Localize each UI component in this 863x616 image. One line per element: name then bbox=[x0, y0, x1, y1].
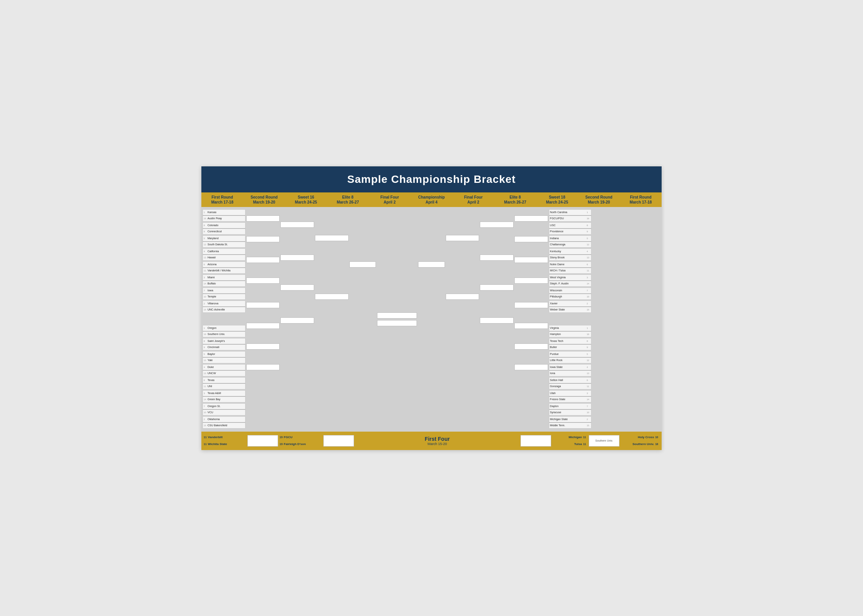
match-l7: 7Iowa 10Temple bbox=[203, 287, 245, 300]
match-r4: Kentucky4 Stony Brook13 bbox=[549, 248, 592, 261]
ff-left-teams: 11 Vanderbilt 11 Wichita State bbox=[204, 434, 246, 448]
right-first-round: North Carolina1 FGCU/FDU16 USC8 Providen… bbox=[548, 209, 592, 430]
right-final-four bbox=[418, 209, 445, 430]
match-r8: Xavier2 Weber State15 bbox=[549, 301, 592, 313]
header-col-10: Second Round March 19-20 bbox=[578, 192, 620, 207]
match-l15: 7Oregon St. 10VCU bbox=[203, 403, 245, 416]
header-col-6: Championship April 4 bbox=[410, 192, 452, 207]
match-l4: 4California 13Hawaii bbox=[203, 248, 245, 261]
left-elite8 bbox=[315, 209, 349, 430]
match-r16: Michigan State2 Middle Tenn.15 bbox=[549, 416, 592, 429]
left-first-round: 1Kansas 16Austin Peay 8Colorado 9Connect… bbox=[202, 209, 246, 430]
match-l11: 5Baylor 12Yale bbox=[203, 351, 245, 363]
match-r9: Virginia1 Hampton16 bbox=[549, 325, 592, 337]
match-r12: Iowa State4 Iona13 bbox=[549, 364, 592, 376]
left-final-four bbox=[349, 209, 377, 430]
center-championship bbox=[376, 209, 418, 430]
right-second-round bbox=[514, 209, 548, 430]
header-col-4: Elite 8 March 26-27 bbox=[327, 192, 369, 207]
bracket-header: First Round March 17-18 Second Round Mar… bbox=[201, 192, 662, 207]
first-four-bar: 11 Vanderbilt 11 Wichita State 19 FGCU 1… bbox=[201, 432, 662, 450]
match-r7: Wisconsin7 Pittsburgh10 bbox=[549, 287, 592, 300]
match-l2: 8Colorado 9Connecticut bbox=[203, 222, 245, 235]
bracket-title: Sample Championship Bracket bbox=[201, 166, 662, 192]
left-second-round bbox=[246, 209, 280, 430]
match-l10: 8Saint Joseph's 9Cincinnati bbox=[203, 338, 245, 350]
match-l14: 3Texas A&M 14Green Bay bbox=[203, 390, 245, 402]
match-l6: 3Miami 14Buffalo bbox=[203, 274, 245, 287]
match-r5: Notre Dame6 MICH / Tulsa11 bbox=[549, 261, 592, 274]
header-col-9: Sweet 18 March 24-25 bbox=[536, 192, 578, 207]
match-r3: Indiana5 Chattanooga12 bbox=[549, 235, 592, 248]
header-col-1: First Round March 17-18 bbox=[201, 192, 243, 207]
match-r10: Texas Tech8 Butler9 bbox=[549, 338, 592, 350]
match-l16: 2Oklahoma 15CSU Bakersfield bbox=[203, 416, 245, 429]
right-elite8 bbox=[445, 209, 480, 430]
match-r6: West Virginia3 Steph. F. Austin14 bbox=[549, 274, 592, 287]
match-l12: 4Duke 13UNCW bbox=[203, 364, 245, 376]
match-r13: Selton Hall6 Gonzaga11 bbox=[549, 377, 592, 389]
header-col-11: First Round March 17-18 bbox=[620, 192, 662, 207]
header-col-5: Final Four April 2 bbox=[369, 192, 410, 207]
match-l13: 6Texas 11UNI bbox=[203, 377, 245, 389]
ff-left-result bbox=[247, 435, 278, 447]
ff-left-playin: 19 FGCU 19 Fairleigh D'son bbox=[280, 434, 322, 448]
match-l8: 2Villanova 15UNC-Asheville bbox=[203, 301, 245, 313]
match-r15: Dayton7 Syracuse10 bbox=[549, 403, 592, 416]
right-sweet16 bbox=[479, 209, 514, 430]
header-col-7: Final Four April 2 bbox=[453, 192, 494, 207]
bracket-container: Sample Championship Bracket First Round … bbox=[201, 166, 662, 450]
header-col-8: Elite 8 March 26-27 bbox=[494, 192, 536, 207]
ff-left-playin-result bbox=[323, 435, 354, 447]
ff-right-teams: Holy Cross 10 Southern Univ. 18 bbox=[621, 434, 659, 448]
ff-right-blank: Southern Univ. bbox=[589, 435, 619, 447]
header-col-3: Sweet 16 March 24-25 bbox=[285, 192, 327, 207]
match-l5: 6Arizona 11Vanderbilt / Wichita bbox=[203, 261, 245, 274]
match-r11: Purdue5 Little Rock12 bbox=[549, 351, 592, 363]
left-sweet16 bbox=[280, 209, 315, 430]
match-l1: 1Kansas 16Austin Peay bbox=[203, 209, 245, 222]
bracket-main: 1Kansas 16Austin Peay 8Colorado 9Connect… bbox=[201, 207, 662, 432]
match-r1: North Carolina1 FGCU/FDU16 bbox=[549, 209, 592, 222]
match-r2: USC8 Providence9 bbox=[549, 222, 592, 235]
match-l9: 1Oregon 16Southern Univ. bbox=[203, 325, 245, 337]
match-r14: Utah3 Fresno State14 bbox=[549, 390, 592, 402]
ff-right-playin-result bbox=[520, 435, 551, 447]
ff-right-playin: Michigan 11 Tulsa 11 bbox=[553, 434, 587, 448]
header-col-2: Second Round March 19-20 bbox=[243, 192, 285, 207]
ff-center-label: First Four March 15-20 bbox=[356, 436, 519, 446]
match-l3: 5Maryland 12South Dakota St. bbox=[203, 235, 245, 248]
